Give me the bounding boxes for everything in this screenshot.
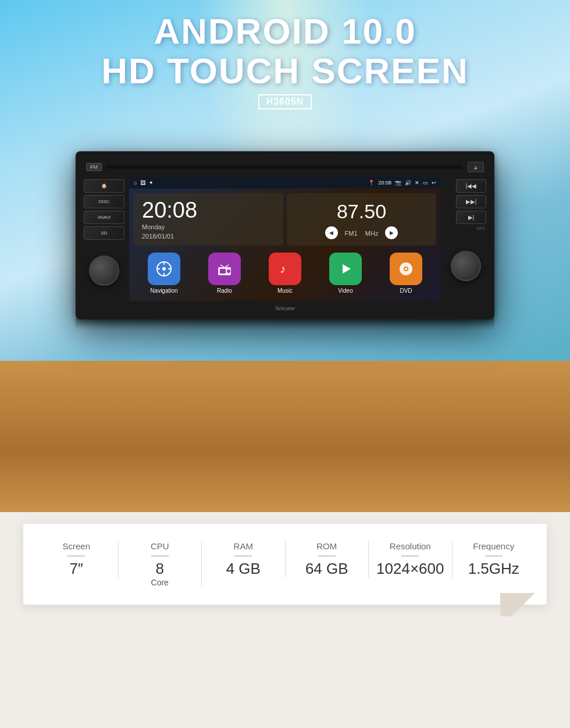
location-icon: 📍 [368,180,375,186]
camera-icon: 📷 [395,180,401,186]
prev-track-button[interactable]: |◀◀ [456,179,486,193]
title-line2: HD TOUCH SCREEN [0,51,570,91]
dvd-label: DVD [400,287,412,294]
step-button[interactable]: ▶| [456,211,486,224]
specs-section: Screen7″CPU8CoreRAM4 GBROM64 GBResolutio… [23,524,547,605]
svg-point-1 [162,267,166,271]
svg-text:♪: ♪ [280,262,286,275]
car-stereo-unit: FM ▲ 🏠 DISC 4NAVI SD ⌂ 🖼 ✦ [76,151,494,319]
music-icon: ♪ [276,260,294,278]
status-bar: ⌂ 🖼 ✦ 📍 20:08 📷 🔊 ✕ ▭ ↩ [129,177,441,189]
spec-unit-1: Core [124,578,196,587]
svg-rect-7 [220,269,226,274]
main-title: ANDROID 10.0 HD TOUCH SCREEN [0,12,570,91]
model-badge: H3605N [258,94,312,109]
navigation-icon [155,260,173,278]
svg-line-10 [225,265,229,267]
brand-name: Seicane [275,304,295,311]
date-display: 2018/01/01 [142,233,275,240]
spec-divider-5 [485,556,503,556]
status-left: ⌂ 🖼 ✦ [134,180,154,186]
spec-divider-0 [67,556,85,556]
fm-label: FM [86,163,102,171]
radio-widget: 87.50 ◀ FM1 MHz [287,193,436,246]
svg-line-9 [220,265,224,267]
day-display: Monday [142,223,275,230]
close-icon: ✕ [415,180,419,186]
spec-item-rom: ROM64 GB [286,541,369,578]
spec-label-3: ROM [291,541,363,551]
spec-value-5: 1.5GHz [458,560,530,578]
time-display: 20:08 [142,199,275,221]
spec-divider-1 [151,556,169,556]
spec-label-1: CPU [124,541,196,551]
spec-item-resolution: Resolution1024×600 [369,541,453,578]
home-icon: ⌂ [134,180,137,186]
sd-button[interactable]: SD [84,226,124,240]
radio-controls-next: ▶ [385,226,398,239]
back-icon: ↩ [432,180,436,186]
music-label: Music [277,287,293,294]
navi-button[interactable]: 4NAVI [84,211,124,224]
radio-icon-bg [208,253,241,285]
spec-value-1: 8 [124,560,196,578]
main-screen[interactable]: ⌂ 🖼 ✦ 📍 20:08 📷 🔊 ✕ ▭ ↩ [129,177,441,301]
left-panel: 🏠 DISC 4NAVI SD [84,177,124,301]
navigation-label: Navigation [150,287,177,294]
music-icon-bg: ♪ [269,253,301,285]
video-label: Video [338,287,352,294]
spec-label-2: RAM [208,541,279,551]
device-shadow [76,318,494,330]
home-button[interactable]: 🏠 [84,179,124,193]
wood-table [0,361,570,512]
spec-label-4: Resolution [375,541,446,551]
spec-item-ram: RAM4 GB [202,541,286,578]
eject-button[interactable]: ▲ [468,162,484,172]
disc-button[interactable]: DISC [84,195,124,208]
spec-label-5: Frequency [458,541,530,551]
brand-bar: Seicane [84,301,486,312]
app-navigation[interactable]: Navigation [148,253,180,294]
header-section: ANDROID 10.0 HD TOUCH SCREEN H3605N [0,12,570,109]
station-label: FM1 MHz [345,228,379,238]
frequency-display: 87.50 [337,200,386,223]
usb-icon: ✦ [149,180,154,186]
time-widget: 20:08 Monday 2018/01/01 [134,193,283,246]
spec-item-screen: Screen7″ [35,541,119,578]
specs-card: Screen7″CPU8CoreRAM4 GBROM64 GBResolutio… [23,524,547,605]
right-knob[interactable] [451,251,481,281]
image-icon: 🖼 [140,180,145,186]
device-wrapper: FM ▲ 🏠 DISC 4NAVI SD ⌂ 🖼 ✦ [76,151,494,330]
spec-divider-2 [234,556,252,556]
app-music[interactable]: ♪ Music [269,253,301,294]
status-right: 📍 20:08 📷 🔊 ✕ ▭ ↩ [368,180,436,186]
svg-point-8 [227,269,230,273]
right-panel: |◀◀ ▶▶| ▶| GPS [446,177,486,301]
spec-label-0: Screen [41,541,112,551]
svg-point-15 [405,268,407,270]
spec-divider-4 [401,556,419,556]
left-knob[interactable] [89,255,119,286]
apps-row: Navigation [134,250,436,296]
app-radio[interactable]: Radio [208,253,241,294]
device-top-bar: FM ▲ [84,162,486,172]
prev-station-button[interactable]: ◀ [325,226,338,239]
spec-value-2: 4 GB [208,560,279,578]
video-icon [337,260,354,278]
spec-divider-3 [318,556,336,556]
spec-item-cpu: CPU8Core [119,541,202,587]
spec-value-0: 7″ [41,560,112,578]
volume-icon: 🔊 [405,180,411,186]
svg-marker-12 [343,264,351,274]
status-time: 20:08 [378,180,391,186]
next-station-button[interactable]: ▶ [385,226,398,239]
widget-row: 20:08 Monday 2018/01/01 87.50 ◀ [134,193,436,246]
radio-icon [216,260,233,278]
dvd-icon-bg [390,253,422,285]
radio-info: ◀ FM1 MHz ▶ [325,226,398,239]
next-track-button[interactable]: ▶▶| [456,195,486,208]
app-video[interactable]: Video [329,253,362,294]
disc-slot [106,165,463,169]
app-dvd[interactable]: DVD [390,253,422,294]
radio-controls: ◀ [325,226,338,239]
